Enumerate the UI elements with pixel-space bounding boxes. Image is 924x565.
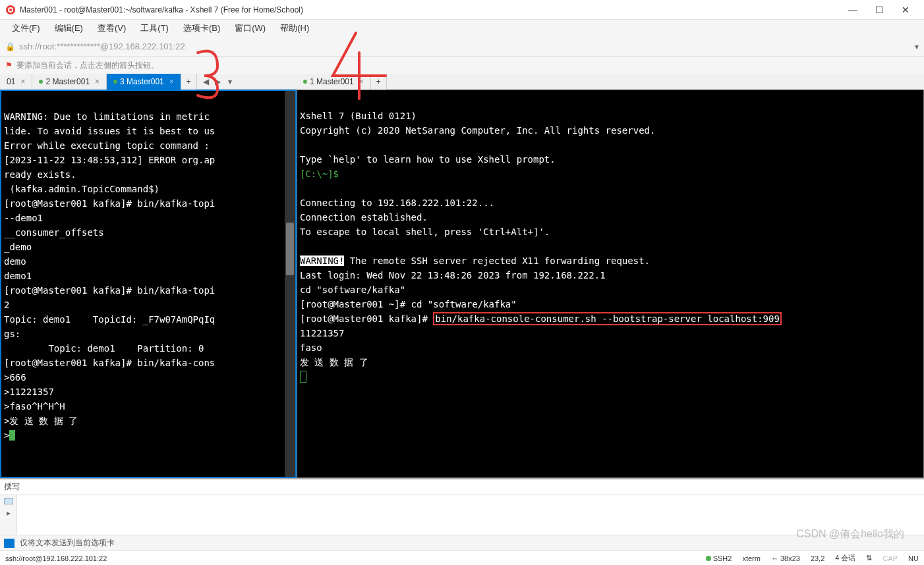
menu-file[interactable]: 文件(F) [5,20,47,36]
status-connection: ssh://root@192.168.222.101:22 [5,554,695,562]
right-terminal[interactable]: Xshell 7 (Build 0121) Copyright (c) 2020… [297,90,924,478]
tab-label: 3 Master001 [120,77,164,86]
left-tab-0[interactable]: 01 × [0,74,32,90]
svg-point-2 [9,9,12,11]
tabnav-next-icon[interactable]: ▶ [213,77,223,86]
menu-help[interactable]: 帮助(H) [274,20,316,36]
status-position: 23,2 [811,554,824,562]
left-tab-1[interactable]: 2 Master001 × [32,74,107,90]
left-tabbar: 01 × 2 Master001 × 3 Master001 × + ◀ ▶ ▾ [0,74,297,90]
status-dot-icon [706,556,711,561]
compose-footer-text: 仅将文本发送到当前选项卡 [20,537,115,549]
status-num: NU [908,554,919,562]
status-sessions: 4 会话 [835,553,855,563]
status-bar: ssh://root@192.168.222.101:22 SSH2 xterm… [0,551,924,565]
compose-label: 撰写 [0,479,924,495]
left-tab-add[interactable]: + [181,74,197,90]
menu-tabs[interactable]: 选项卡(B) [177,20,227,36]
close-icon[interactable]: × [169,77,174,86]
address-dropdown-icon[interactable]: ▾ [915,42,919,51]
tab-label: 01 [7,77,15,86]
close-icon[interactable]: × [20,77,25,86]
tab-label: 2 Master001 [45,77,90,86]
scrollbar[interactable] [285,91,295,477]
close-icon[interactable]: × [95,77,100,86]
compose-dropdown-icon[interactable]: ▸ [7,508,11,518]
compose-window-icon[interactable] [4,498,13,504]
tab-label: 1 Master001 [310,77,354,86]
close-icon[interactable]: × [359,77,364,86]
maximize-button[interactable]: ☐ [866,1,892,19]
menu-bar: 文件(F) 编辑(E) 查看(V) 工具(T) 选项卡(B) 窗口(W) 帮助(… [0,20,924,37]
right-tab-add[interactable]: + [371,74,387,90]
right-tabbar: 1 Master001 × + [297,74,924,90]
left-tab-2[interactable]: 3 Master001 × [107,74,181,90]
hint-text: 要添加当前会话，点击左侧的箭头按钮。 [16,60,159,71]
tabnav-prev-icon[interactable]: ◀ [201,77,212,86]
status-cap: CAP [882,554,898,562]
tabnav-list-icon[interactable]: ▾ [225,77,235,86]
flag-icon: ⚑ [5,61,13,70]
status-term: xterm [742,554,761,562]
menu-window[interactable]: 窗口(W) [228,20,272,36]
menu-view[interactable]: 查看(V) [91,20,132,36]
cursor [9,430,14,441]
status-protocol: SSH2 [713,554,732,562]
right-tab-0[interactable]: 1 Master001 × [297,74,371,90]
lock-icon: 🔒 [5,42,15,51]
menu-edit[interactable]: 编辑(E) [48,20,90,36]
close-button[interactable]: ✕ [892,1,919,19]
send-target-icon[interactable] [4,539,14,548]
resize-icon: ↔ [771,554,778,562]
window-title: Master001 - root@Master001:~/software/ka… [20,5,840,14]
highlighted-command: bin/kafka-console-consumer.sh --bootstra… [433,312,782,325]
minimize-button[interactable]: — [840,1,866,19]
status-dot-icon [113,80,117,84]
cursor [300,371,306,383]
status-size: 38x23 [780,554,800,562]
status-dot-icon [39,80,43,84]
status-dot-icon [303,80,307,84]
app-icon [5,5,16,15]
compose-input[interactable] [17,495,924,535]
compose-panel: 撰写 ▸ 仅将文本发送到当前选项卡 [0,478,924,551]
address-url[interactable]: ssh://root:*************@192.168.222.101… [19,41,915,51]
arrows-icon: ⇅ [866,554,872,562]
menu-tools[interactable]: 工具(T) [134,20,175,36]
left-terminal[interactable]: WARNING: Due to limitations in metric li… [0,90,297,478]
